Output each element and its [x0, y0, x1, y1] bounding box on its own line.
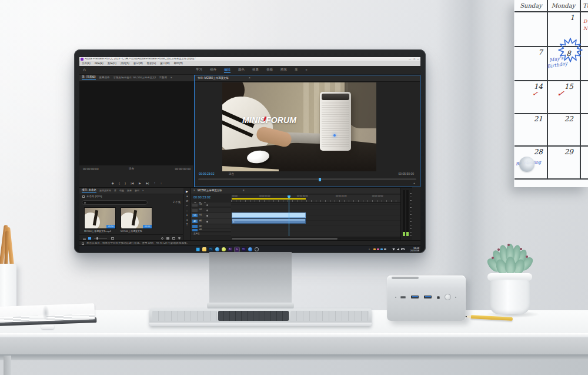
- list-view-icon[interactable]: [83, 237, 86, 240]
- timeline-panel-menu-icon[interactable]: ≡: [243, 190, 245, 193]
- close-button[interactable]: ×: [417, 58, 419, 61]
- workspace-tab-assembly[interactable]: 组件: [210, 68, 216, 73]
- add-marker-icon[interactable]: ◆: [112, 182, 114, 185]
- workspace-tab-libraries[interactable]: 库: [295, 68, 298, 73]
- timeline-current-timecode[interactable]: 00:00:23:02: [193, 196, 211, 200]
- track-patch-chip[interactable]: [192, 229, 198, 231]
- slip-tool[interactable]: ↔: [183, 209, 191, 212]
- maximize-button[interactable]: □: [414, 58, 415, 61]
- source-timecode-in[interactable]: 00:00:00:00: [83, 168, 98, 171]
- home-icon[interactable]: ⌂: [83, 68, 86, 72]
- tab-metadata[interactable]: 元数据: [159, 77, 168, 79]
- tab-audio-clip-mixer[interactable]: 音频剪辑混合器: MC560上传调英文版: [113, 77, 156, 79]
- insert-icon[interactable]: ↑: [154, 182, 156, 185]
- new-item-icon[interactable]: [172, 237, 175, 240]
- timeline-h-scrollbar[interactable]: [231, 237, 400, 240]
- master-track-label[interactable]: 主声道: [193, 233, 200, 235]
- menu-help[interactable]: 帮助(H): [174, 62, 183, 65]
- program-playhead-marker[interactable]: [319, 178, 321, 181]
- zoom-slider[interactable]: [94, 238, 107, 238]
- razor-tool[interactable]: ✂: [183, 204, 191, 207]
- mark-in-icon[interactable]: {: [119, 182, 120, 185]
- tab-media-browser[interactable]: 媒体浏览器: [99, 190, 111, 192]
- tab-project[interactable]: 项目: 未命名: [82, 189, 96, 193]
- track-patch-chip[interactable]: [192, 204, 198, 207]
- source-fit-dropdown[interactable]: 适合: [129, 168, 134, 171]
- wifi-icon[interactable]: [392, 248, 395, 251]
- workspace-tab-color[interactable]: 颜色: [238, 68, 245, 73]
- tray-clock[interactable]: 18:08 2023/5/8: [406, 247, 419, 253]
- track-select-tool[interactable]: ∎: [183, 195, 191, 198]
- selection-tool[interactable]: ▶: [183, 190, 191, 193]
- track-name[interactable]: V2: [199, 209, 202, 211]
- find-icon[interactable]: [161, 237, 163, 240]
- clip-video[interactable]: MC560上传调英文版.mp4 [V]: [232, 213, 306, 218]
- track-patch-chip[interactable]: [192, 225, 198, 228]
- menu-window[interactable]: 窗口(W): [160, 62, 169, 65]
- project-item-thumbnail[interactable]: 05:50: [84, 207, 116, 229]
- track-patch-chip[interactable]: V1: [192, 214, 198, 217]
- minimize-button[interactable]: —: [409, 58, 411, 61]
- menu-edit[interactable]: 编辑(E): [95, 62, 103, 65]
- taskbar-obs-icon[interactable]: [255, 247, 259, 251]
- play-icon[interactable]: ▶: [139, 182, 141, 185]
- tray-chevron-icon[interactable]: ^: [369, 248, 370, 251]
- menu-marker[interactable]: 标记(M): [133, 62, 143, 65]
- program-current-timecode[interactable]: 00:00:23:02: [199, 172, 214, 175]
- clip-audio[interactable]: fx: [232, 218, 306, 224]
- taskbar-edge-icon[interactable]: [215, 247, 219, 251]
- search-input[interactable]: [82, 200, 148, 205]
- step-forward-icon[interactable]: ▶|: [146, 182, 149, 185]
- track-patch-chip[interactable]: [192, 209, 198, 212]
- project-item-thumbnail[interactable]: 05:50: [121, 207, 152, 229]
- track-toggle-icon[interactable]: [206, 210, 208, 211]
- hand-tool[interactable]: ●: [183, 218, 191, 221]
- tab-overflow-icon[interactable]: »: [171, 77, 172, 79]
- ripple-edit-tool[interactable]: ⇄: [183, 200, 191, 203]
- tray-app-icon[interactable]: [384, 248, 386, 251]
- tab-effects[interactable]: 效果: [127, 190, 132, 192]
- timeline-lanes[interactable]: MC560上传调英文版.mp4 [V] fx: [231, 203, 400, 236]
- workspace-tab-audio[interactable]: 音频: [266, 68, 273, 73]
- overwrite-icon[interactable]: ↓: [161, 182, 162, 185]
- taskbar-wps-icon[interactable]: [222, 247, 226, 251]
- track-name[interactable]: A2: [199, 225, 202, 228]
- source-timecode-out[interactable]: 00:00:00:00: [175, 168, 191, 171]
- work-area-bar[interactable]: [232, 198, 306, 200]
- tab-overflow-icon[interactable]: »: [142, 190, 143, 192]
- track-name[interactable]: V3: [199, 204, 202, 206]
- pen-tool[interactable]: ♦: [183, 214, 191, 217]
- tab-libraries[interactable]: 库: [114, 190, 116, 192]
- menu-file[interactable]: 文件(F): [82, 62, 91, 65]
- zoom-slider-handle[interactable]: [96, 237, 98, 240]
- type-tool[interactable]: T: [183, 223, 191, 226]
- project-item-name[interactable]: MC560上传调英文版.mp4: [84, 230, 116, 233]
- taskbar-start-button[interactable]: [196, 247, 200, 251]
- menu-graphics[interactable]: 图形(G): [147, 62, 156, 65]
- tab-info[interactable]: 信息: [119, 190, 124, 192]
- workspace-overflow-icon[interactable]: »: [306, 68, 308, 73]
- track-name[interactable]: V1: [199, 214, 202, 217]
- taskbar-media-encoder-icon[interactable]: Me: [242, 247, 246, 251]
- workspace-tab-graphics[interactable]: 图形: [280, 68, 287, 73]
- taskbar-premiere-icon[interactable]: Pr: [235, 247, 239, 252]
- taskbar-file-explorer-icon[interactable]: [202, 247, 206, 251]
- button-editor-add-icon[interactable]: +: [413, 182, 415, 185]
- workspace-tab-editing[interactable]: 编辑: [224, 68, 230, 73]
- tab-source-monitor[interactable]: 源: (无剪辑): [82, 76, 96, 80]
- program-fit-dropdown[interactable]: 适合: [229, 173, 234, 176]
- tray-app-icon[interactable]: [377, 248, 379, 251]
- menu-sequence[interactable]: 序列(S): [121, 62, 129, 65]
- timeline-ruler[interactable]: 00:00 00:00:15:00 00:00:30:00 00:00:45:0…: [231, 195, 400, 203]
- taskbar-browser-icon[interactable]: [248, 247, 252, 251]
- program-tab-close-icon[interactable]: ×: [249, 77, 250, 80]
- track-toggle-icon[interactable]: [206, 215, 208, 217]
- track-name[interactable]: A3: [199, 229, 202, 231]
- trash-icon[interactable]: [178, 237, 181, 240]
- track-patch-chip[interactable]: A1: [192, 220, 198, 223]
- tray-app-icon[interactable]: [380, 248, 383, 251]
- track-name[interactable]: A1: [199, 220, 202, 223]
- tab-timeline-sequence[interactable]: MC560上传调英文版: [198, 190, 222, 193]
- new-bin-icon[interactable]: [166, 237, 169, 240]
- icon-view-icon[interactable]: [88, 237, 91, 240]
